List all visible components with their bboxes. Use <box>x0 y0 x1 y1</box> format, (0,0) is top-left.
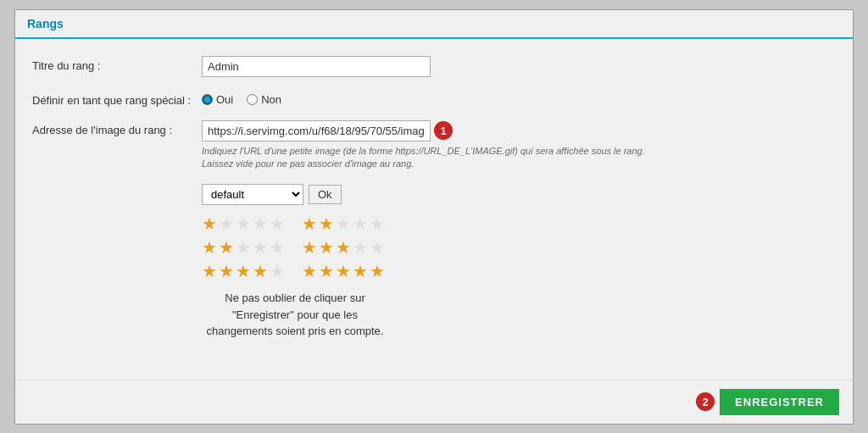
star[interactable]: ★ <box>219 237 234 258</box>
image-url-input[interactable] <box>202 120 431 142</box>
badge-2: 2 <box>696 392 715 411</box>
save-btn-wrapper: 2 ENREGISTRER <box>696 389 839 415</box>
bottom-bar: 2 ENREGISTRER <box>15 380 853 424</box>
star[interactable]: ★ <box>336 261 351 281</box>
star[interactable]: ★ <box>202 214 217 234</box>
image-label: Adresse de l'image du rang : <box>32 120 202 136</box>
image-field: 1 Indiquez l'URL d'une petite image (de … <box>202 120 836 171</box>
badge-1: 1 <box>434 121 453 140</box>
oui-radio[interactable] <box>202 94 213 105</box>
star[interactable]: ★ <box>236 261 251 281</box>
star[interactable]: ★ <box>219 261 234 281</box>
ok-button[interactable]: Ok <box>309 185 342 204</box>
oui-label: Oui <box>216 93 233 106</box>
titre-label: Titre du rang : <box>32 56 202 72</box>
star[interactable]: ★ <box>353 214 368 234</box>
star[interactable]: ★ <box>319 261 334 281</box>
help-text: Indiquez l'URL d'une petite image (de la… <box>202 145 693 171</box>
star[interactable]: ★ <box>370 237 385 258</box>
content-area: Titre du rang : Définir en tant que rang… <box>15 39 853 391</box>
star[interactable]: ★ <box>353 237 368 258</box>
star-row-2: ★ ★ ★ ★ ★ ★ ★ ★ ★ ★ <box>202 237 385 258</box>
star[interactable]: ★ <box>370 214 385 234</box>
star[interactable]: ★ <box>236 214 251 234</box>
star[interactable]: ★ <box>270 237 285 258</box>
save-button[interactable]: ENREGISTRER <box>720 389 839 415</box>
titre-field <box>202 56 836 77</box>
star[interactable]: ★ <box>253 214 268 234</box>
special-label: Définir en tant que rang spécial : <box>32 91 202 107</box>
star[interactable]: ★ <box>236 237 251 258</box>
non-radio[interactable] <box>247 94 258 105</box>
non-label: Non <box>261 93 281 106</box>
star[interactable]: ★ <box>370 261 385 281</box>
star[interactable]: ★ <box>353 261 368 281</box>
star-row-3: ★ ★ ★ ★ ★ ★ ★ ★ ★ ★ <box>202 261 385 281</box>
star[interactable]: ★ <box>302 214 317 234</box>
star[interactable]: ★ <box>270 214 285 234</box>
url-row: 1 <box>202 120 836 142</box>
star[interactable]: ★ <box>319 214 334 234</box>
star[interactable]: ★ <box>336 237 351 258</box>
star[interactable]: ★ <box>270 261 285 281</box>
special-row: Définir en tant que rang spécial : Oui N… <box>32 91 836 107</box>
non-option[interactable]: Non <box>247 93 281 106</box>
window-title: Rangs <box>15 10 853 39</box>
star[interactable]: ★ <box>302 237 317 258</box>
star[interactable]: ★ <box>219 214 234 234</box>
stars-section: default Ok ★ ★ ★ ★ ★ ★ ★ ★ ★ ★ <box>202 184 836 340</box>
star[interactable]: ★ <box>253 261 268 281</box>
dropdown-row: default Ok <box>202 184 836 205</box>
titre-input[interactable] <box>202 56 431 77</box>
stars-container: ★ ★ ★ ★ ★ ★ ★ ★ ★ ★ ★ ★ ★ ★ <box>202 214 836 281</box>
main-window: Rangs Titre du rang : Définir en tant qu… <box>14 9 854 425</box>
special-field: Oui Non <box>202 91 836 106</box>
star[interactable]: ★ <box>253 237 268 258</box>
star[interactable]: ★ <box>336 214 351 234</box>
titre-row: Titre du rang : <box>32 56 836 77</box>
theme-select[interactable]: default <box>202 184 303 205</box>
reminder-text: Ne pas oublier de cliquer sur "Enregistr… <box>202 290 388 340</box>
image-row: Adresse de l'image du rang : 1 Indiquez … <box>32 120 836 171</box>
star[interactable]: ★ <box>319 237 334 258</box>
star[interactable]: ★ <box>202 237 217 258</box>
oui-option[interactable]: Oui <box>202 93 233 106</box>
star[interactable]: ★ <box>202 261 217 281</box>
star[interactable]: ★ <box>302 261 317 281</box>
star-row-1: ★ ★ ★ ★ ★ ★ ★ ★ ★ ★ <box>202 214 385 234</box>
